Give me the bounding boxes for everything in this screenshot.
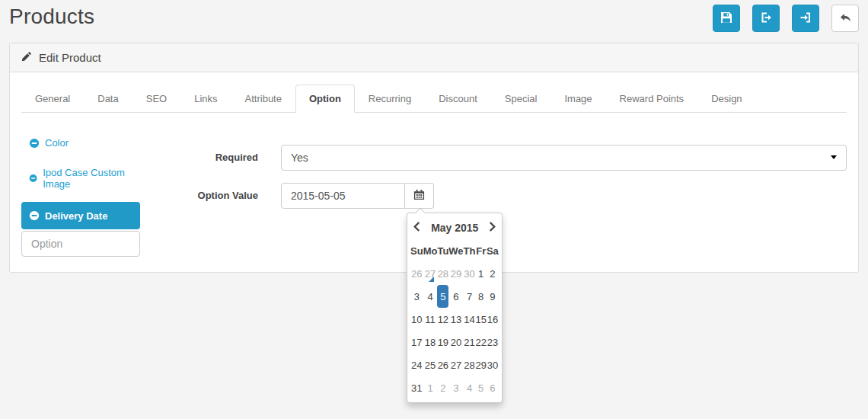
day-cell[interactable]: 11: [423, 308, 438, 331]
option-value-row: Option Value May 2015SuMoTuWeT: [152, 183, 847, 209]
option-link-color[interactable]: Color: [21, 128, 140, 158]
day-cell[interactable]: 4: [423, 285, 438, 308]
dow-label: Su: [410, 239, 423, 262]
edit-product-panel: Edit Product GeneralDataSEOLinksAttribut…: [9, 43, 859, 273]
datepicker-title: May 2015: [423, 216, 487, 239]
tab-recurring[interactable]: Recurring: [355, 85, 425, 113]
tab-attribute[interactable]: Attribute: [231, 85, 295, 113]
datepicker-popover: May 2015SuMoTuWeThFrSa262728293012345678…: [407, 213, 503, 403]
option-form: Required Yes Option Value: [152, 145, 847, 257]
date-input-group: May 2015SuMoTuWeThFrSa262728293012345678…: [281, 183, 434, 209]
day-cell[interactable]: 7: [464, 285, 476, 308]
day-cell[interactable]: 20: [448, 331, 463, 353]
day-cell[interactable]: 17: [410, 331, 423, 353]
option-tab-content: ColorIpod Case Custom ImageDelivery Date…: [21, 128, 847, 257]
tab-reward-points[interactable]: Reward Points: [606, 85, 698, 113]
day-cell[interactable]: 27: [448, 353, 463, 376]
required-row: Required Yes: [152, 145, 847, 171]
dow-label: Tu: [437, 239, 448, 262]
day-cell[interactable]: 3: [448, 376, 463, 399]
minus-circle-icon: [29, 173, 37, 184]
day-cell[interactable]: 30: [464, 262, 476, 285]
day-cell[interactable]: 6: [448, 285, 463, 308]
tab-general[interactable]: General: [21, 85, 84, 113]
day-cell[interactable]: 4: [464, 376, 476, 399]
day-cell[interactable]: 27: [423, 262, 438, 285]
dow-label: Mo: [423, 239, 438, 262]
dow-label: We: [448, 239, 463, 262]
floppy-disk-icon: [720, 11, 732, 26]
calendar-toggle-button[interactable]: [405, 183, 434, 209]
day-cell[interactable]: 5: [475, 376, 486, 399]
panel-heading: Edit Product: [10, 43, 858, 72]
day-cell[interactable]: 31: [410, 376, 423, 399]
option-link-label: Ipod Case Custom Image: [43, 167, 132, 190]
option-list: ColorIpod Case Custom ImageDelivery Date: [21, 128, 140, 257]
day-cell[interactable]: 2: [437, 376, 448, 399]
chevron-right-icon: [488, 222, 496, 232]
day-cell[interactable]: 13: [448, 308, 463, 331]
next-month-button[interactable]: [487, 216, 499, 239]
save-and-exit-button[interactable]: [752, 5, 780, 32]
day-cell[interactable]: 29: [475, 353, 486, 376]
day-cell[interactable]: 3: [410, 285, 423, 308]
save-and-new-button[interactable]: [792, 5, 819, 32]
day-cell[interactable]: 5: [437, 285, 448, 308]
day-cell[interactable]: 18: [423, 331, 438, 353]
day-cell[interactable]: 16: [487, 308, 499, 331]
day-cell[interactable]: 6: [487, 376, 499, 399]
minus-circle-icon: [29, 138, 40, 149]
save-button[interactable]: [713, 5, 740, 32]
chevron-left-icon: [413, 222, 421, 232]
back-button[interactable]: [831, 5, 859, 32]
option-list-items: ColorIpod Case Custom ImageDelivery Date: [21, 128, 140, 229]
day-cell[interactable]: 2: [487, 262, 499, 285]
day-cell[interactable]: 28: [464, 353, 476, 376]
option-link-label: Color: [45, 137, 69, 149]
option-value-label: Option Value: [152, 183, 281, 209]
tab-special[interactable]: Special: [491, 85, 551, 113]
tab-links[interactable]: Links: [180, 85, 231, 113]
required-select[interactable]: Yes: [281, 145, 847, 171]
day-cell[interactable]: 23: [487, 331, 499, 353]
tab-option[interactable]: Option: [295, 85, 355, 113]
option-link-ipod-case-custom-image[interactable]: Ipod Case Custom Image: [21, 158, 140, 199]
required-select-wrap: Yes: [281, 145, 847, 171]
day-cell[interactable]: 10: [410, 308, 423, 331]
day-cell[interactable]: 15: [475, 308, 486, 331]
panel-body: GeneralDataSEOLinksAttributeOptionRecurr…: [10, 72, 858, 272]
day-cell[interactable]: 26: [410, 262, 423, 285]
dow-label: Th: [464, 239, 476, 262]
sign-out-icon: [760, 11, 772, 26]
pencil-icon: [21, 51, 32, 64]
panel-title: Edit Product: [39, 51, 101, 64]
header-button-row: [713, 5, 859, 32]
option-value-date-input[interactable]: [281, 183, 405, 209]
day-cell[interactable]: 1: [423, 376, 438, 399]
day-cell[interactable]: 19: [437, 331, 448, 353]
tab-image[interactable]: Image: [550, 85, 605, 113]
option-active-delivery-date[interactable]: Delivery Date: [21, 202, 140, 229]
day-cell[interactable]: 1: [475, 262, 486, 285]
day-cell[interactable]: 22: [475, 331, 486, 353]
option-autocomplete-input[interactable]: [21, 231, 140, 257]
day-cell[interactable]: 29: [448, 262, 463, 285]
day-cell[interactable]: 14: [464, 308, 476, 331]
tab-data[interactable]: Data: [84, 85, 132, 113]
day-cell[interactable]: 30: [487, 353, 499, 376]
tab-design[interactable]: Design: [697, 85, 755, 113]
minus-circle-icon: [29, 210, 40, 221]
day-cell[interactable]: 9: [487, 285, 499, 308]
prev-month-button[interactable]: [410, 216, 423, 239]
day-cell[interactable]: 26: [437, 353, 448, 376]
tab-seo[interactable]: SEO: [132, 85, 180, 113]
tab-discount[interactable]: Discount: [425, 85, 491, 113]
dow-label: Sa: [487, 239, 499, 262]
day-cell[interactable]: 12: [437, 308, 448, 331]
calendar-icon: [413, 189, 425, 203]
day-cell[interactable]: 25: [423, 353, 438, 376]
day-cell[interactable]: 28: [437, 262, 448, 285]
day-cell[interactable]: 8: [475, 285, 486, 308]
day-cell[interactable]: 21: [464, 331, 476, 353]
day-cell[interactable]: 24: [410, 353, 423, 376]
